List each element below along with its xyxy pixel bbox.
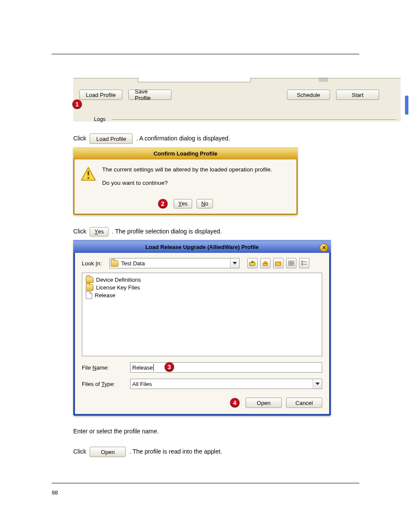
file-list[interactable]: Device Definitions License Key Files Rel… [82,273,322,356]
svg-rect-10 [292,261,294,263]
svg-rect-13 [302,261,303,262]
chevron-down-icon[interactable] [230,258,239,268]
warning-icon [81,166,96,193]
chevron-down-icon[interactable] [313,379,322,389]
step-badge-2: 2 [158,199,168,208]
confirm-yes-button[interactable]: Yes [174,199,193,208]
look-in-label: Look In: [82,260,102,267]
list-item[interactable]: Release [86,291,318,299]
window-edge-indicator [405,96,408,115]
svg-rect-11 [289,264,291,265]
svg-marker-17 [315,383,320,385]
svg-rect-9 [289,261,291,263]
details-view-icon[interactable] [299,258,309,268]
confirm-message-2: Do you want to continue? [102,180,272,186]
up-folder-icon[interactable] [247,258,258,268]
open-button[interactable]: Open [246,398,282,408]
svg-rect-12 [292,264,294,265]
save-profile-button[interactable]: Save Profile [128,90,171,100]
files-type-label: Files of Type: [82,381,125,387]
inline-open-button[interactable]: Open [90,447,126,457]
step1-instruction: Click Load Profile . A confirmation dial… [73,134,411,144]
file-icon [86,291,92,299]
svg-marker-3 [233,262,237,264]
file-name-label: File Name: [82,364,125,371]
inline-yes-button[interactable]: Yes [90,227,109,236]
svg-rect-1 [87,171,89,176]
step4-instruction: Click Open . The profile is read into th… [73,447,411,457]
window-cutout [138,78,251,82]
app-toolbar-strip: Load Profile Save Profile Schedule Start… [73,78,401,121]
folder-icon [86,277,93,283]
step-badge-1: 1 [72,100,82,109]
confirm-dialog: Confirm Loading Profile The current sett… [73,147,298,215]
list-view-icon[interactable] [286,258,296,268]
start-button[interactable]: Start [336,90,379,100]
cancel-button[interactable]: Cancel [286,398,322,408]
schedule-button[interactable]: Schedule [287,90,330,100]
window-shadow [319,78,328,82]
step-badge-3: 3 [165,362,174,372]
step-badge-4: 4 [230,398,240,408]
logs-groupbox-label: Logs [94,116,106,122]
look-in-value: Test Data [119,260,230,267]
confirm-dialog-title: Confirm Loading Profile [73,147,298,159]
step3-instruction: Enter or select the profile name. [73,428,411,435]
confirm-message-1: The current settings will be altered by … [102,166,272,173]
load-profile-button[interactable]: Load Profile [79,90,122,100]
new-folder-icon[interactable] [273,258,283,268]
file-dialog-title: Load Release Upgrade (AlliedWare) Profil… [73,240,331,253]
svg-marker-5 [251,261,254,262]
file-dialog: Load Release Upgrade (AlliedWare) Profil… [73,240,331,416]
look-in-combo[interactable]: Test Data [109,258,240,268]
svg-rect-15 [302,264,303,265]
logs-groupbox-line [112,119,396,120]
files-type-combo[interactable]: All Files [130,379,322,389]
confirm-no-button[interactable]: No [196,199,213,208]
inline-load-profile-button[interactable]: Load Profile [90,134,133,144]
step2-instruction: Click Yes . The profile selection dialog… [73,227,411,236]
close-icon[interactable]: ✕ [320,243,328,252]
svg-rect-4 [249,262,255,266]
svg-marker-6 [262,261,268,264]
file-name-input[interactable]: Release [130,362,322,373]
page-number: 98 [52,489,411,496]
home-icon[interactable] [260,258,271,268]
svg-point-2 [87,177,89,179]
list-item[interactable]: Device Definitions [86,276,318,283]
file-dialog-toolbar [247,258,309,268]
files-type-value: All Files [131,381,313,387]
list-item[interactable]: License Key Files [86,283,318,291]
folder-icon [110,260,119,267]
folder-icon [86,284,93,291]
svg-rect-7 [263,264,268,266]
